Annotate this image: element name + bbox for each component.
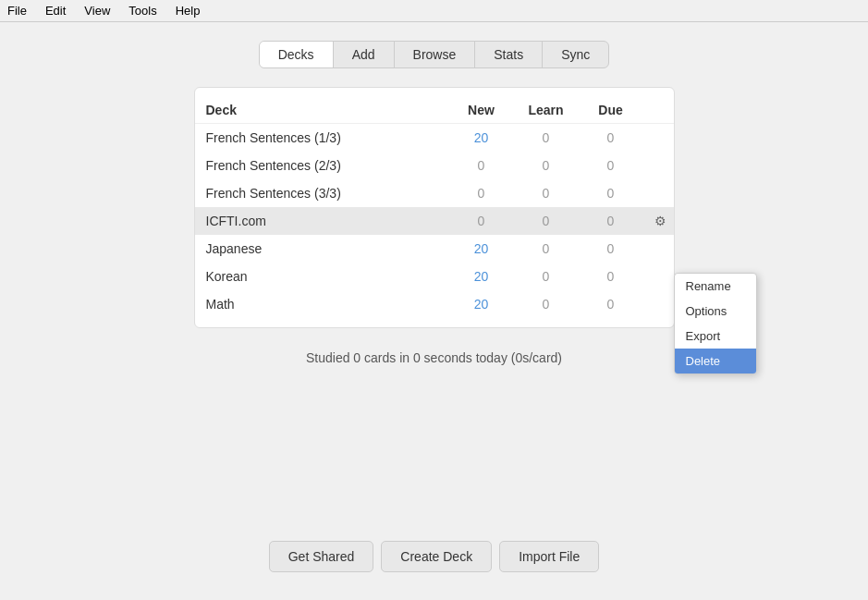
deck-new-count: 20 — [449, 235, 514, 263]
deck-due-count: 0 — [579, 124, 643, 153]
deck-name: French Sentences (1/3) — [195, 124, 449, 153]
deck-learn-count: 0 — [514, 124, 579, 153]
table-row[interactable]: French Sentences (2/3)000 — [195, 152, 674, 179]
col-header-learn: Learn — [514, 97, 579, 124]
tab-sync[interactable]: Sync — [543, 42, 608, 67]
deck-learn-count: 0 — [514, 263, 579, 290]
deck-name: Korean — [195, 263, 449, 290]
context-options[interactable]: Options — [675, 299, 756, 324]
stats-text: Studied 0 cards in 0 seconds today (0s/c… — [306, 350, 562, 365]
tab-browse[interactable]: Browse — [395, 42, 476, 67]
deck-name: French Sentences (3/3) — [195, 179, 449, 207]
deck-new-count: 0 — [449, 207, 514, 235]
deck-learn-count: 0 — [514, 179, 579, 207]
table-row[interactable]: ICFTI.com000⚙ — [195, 207, 674, 235]
col-header-deck: Deck — [195, 97, 449, 124]
deck-new-count: 0 — [449, 152, 514, 179]
deck-name: Japanese — [195, 235, 449, 263]
deck-due-count: 0 — [579, 263, 643, 290]
tab-stats[interactable]: Stats — [475, 42, 543, 67]
deck-new-count: 0 — [449, 179, 514, 207]
deck-gear-cell — [643, 290, 674, 318]
table-row[interactable]: French Sentences (1/3)2000 — [195, 124, 674, 153]
col-header-due: Due — [579, 97, 643, 124]
deck-due-count: 0 — [579, 290, 643, 318]
deck-learn-count: 0 — [514, 235, 579, 263]
get-shared-button[interactable]: Get Shared — [269, 541, 374, 572]
gear-icon[interactable]: ⚙ — [654, 214, 666, 228]
context-rename[interactable]: Rename — [675, 274, 756, 299]
deck-new-count: 20 — [449, 290, 514, 318]
deck-new-count: 20 — [449, 124, 514, 153]
bottom-buttons: Get Shared Create Deck Import File — [269, 541, 600, 572]
deck-due-count: 0 — [579, 179, 643, 207]
deck-learn-count: 0 — [514, 152, 579, 179]
tab-add[interactable]: Add — [334, 42, 395, 67]
deck-learn-count: 0 — [514, 207, 579, 235]
col-header-new: New — [449, 97, 514, 124]
deck-gear-cell — [643, 124, 674, 153]
context-delete[interactable]: Delete — [675, 349, 756, 373]
deck-due-count: 0 — [579, 152, 643, 179]
context-export[interactable]: Export — [675, 324, 756, 349]
create-deck-button[interactable]: Create Deck — [381, 541, 492, 572]
deck-name: Math — [195, 290, 449, 318]
table-row[interactable]: Math2000 — [195, 290, 674, 318]
main-content: Decks Add Browse Stats Sync Deck New Lea… — [0, 22, 868, 600]
table-row[interactable]: Korean2000 — [195, 263, 674, 290]
menu-edit[interactable]: Edit — [42, 3, 69, 18]
menu-file[interactable]: File — [4, 3, 31, 18]
deck-gear-cell — [643, 235, 674, 263]
tab-decks[interactable]: Decks — [260, 42, 334, 67]
menubar: File Edit View Tools Help — [0, 0, 868, 22]
deck-gear-cell — [643, 179, 674, 207]
menu-view[interactable]: View — [80, 3, 114, 18]
table-header-row: Deck New Learn Due — [195, 97, 674, 124]
deck-table: Deck New Learn Due French Sentences (1/3… — [195, 97, 674, 318]
deck-gear-cell: ⚙ — [643, 207, 674, 235]
table-row[interactable]: Japanese2000 — [195, 235, 674, 263]
deck-due-count: 0 — [579, 207, 643, 235]
context-menu: Rename Options Export Delete — [674, 273, 757, 374]
deck-name: ICFTI.com — [195, 207, 449, 235]
deck-due-count: 0 — [579, 235, 643, 263]
import-file-button[interactable]: Import File — [499, 541, 599, 572]
table-row[interactable]: French Sentences (3/3)000 — [195, 179, 674, 207]
tab-bar: Decks Add Browse Stats Sync — [259, 41, 610, 68]
menu-help[interactable]: Help — [172, 3, 204, 18]
deck-name: French Sentences (2/3) — [195, 152, 449, 179]
menu-tools[interactable]: Tools — [125, 3, 160, 18]
deck-container: Deck New Learn Due French Sentences (1/3… — [194, 87, 675, 328]
deck-new-count: 20 — [449, 263, 514, 290]
deck-gear-cell — [643, 152, 674, 179]
deck-gear-cell — [643, 263, 674, 290]
deck-learn-count: 0 — [514, 290, 579, 318]
